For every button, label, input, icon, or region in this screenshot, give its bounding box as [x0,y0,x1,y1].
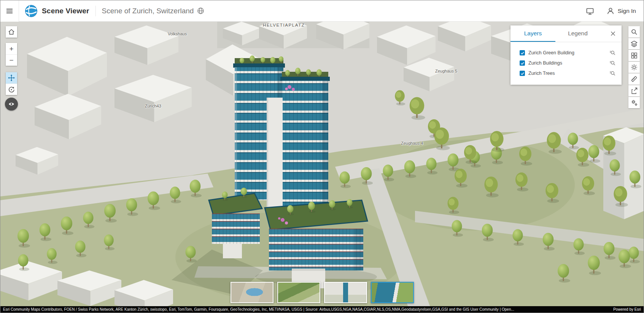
monitor-icon [585,6,595,16]
layers-panel-tabs: Layers Legend [510,25,622,42]
layer-label: Zurich Green Building [528,50,574,55]
attribution-bar: Esri Community Maps Contributors, FOEN /… [0,306,644,313]
layer-row-trees[interactable]: Zurich Trees [520,70,615,76]
plus-icon: + [9,45,13,52]
layers-button[interactable] [628,38,640,49]
share-icon [630,87,638,95]
measure-ruler-icon [630,75,638,83]
zoom-to-layer-icon[interactable] [609,50,615,56]
layer-label: Zurich Buildings [528,60,562,66]
zoom-to-layer-icon[interactable] [609,70,615,76]
scene-tools [628,26,640,108]
zoom-in-button[interactable]: + [6,43,17,54]
eye-view-button[interactable] [5,98,18,111]
hamburger-icon [6,7,13,15]
layer-row-green-building[interactable]: Zurich Green Building [520,50,615,56]
layer-row-buildings[interactable]: Zurich Buildings [520,60,615,66]
globe-icon [197,7,204,14]
tab-legend[interactable]: Legend [555,25,600,42]
esri-logo-icon [25,5,38,17]
scene-title: Scene of Zurich, Switzerland [102,7,194,15]
measure-button[interactable] [628,73,640,85]
layer-checkbox-checked[interactable] [520,60,525,66]
menu-button[interactable] [0,0,19,22]
user-icon [606,6,615,16]
zoom-controls: + − [6,43,17,66]
title-divider [95,6,96,16]
search-button[interactable] [628,26,640,38]
scene-view[interactable]: HELVETIAPLATZ Volkshaus Zurich43 Zeughau… [0,22,644,306]
pan-arrows-icon [8,74,15,82]
home-button[interactable] [6,26,17,38]
minus-icon: − [9,57,13,64]
pan-tool-button[interactable] [6,72,17,84]
tab-layers[interactable]: Layers [510,25,555,42]
pan-rotate-controls [6,72,17,95]
layer-checkbox-checked[interactable] [520,50,525,55]
layers-panel: Layers Legend Zurich Green Building [510,25,622,85]
top-bar: Scene Viewer Scene of Zurich, Switzerlan… [0,0,644,22]
rotate-icon [8,86,15,93]
layers-list: Zurich Green Building Zurich Buildings [510,42,622,85]
header-divider [19,0,19,22]
powered-by-esri[interactable]: Powered by Esri [613,307,641,311]
slide-thumbnail-3[interactable] [324,282,367,303]
panel-close-button[interactable] [604,25,622,42]
slide-thumbnail-2[interactable] [277,282,320,303]
scene-properties-button[interactable] [197,7,204,14]
basemap-button[interactable] [628,50,640,61]
eye-icon [7,100,16,108]
sign-in-button[interactable]: Sign In [606,6,636,16]
presentation-button[interactable] [583,4,597,18]
slide-thumbnail-4[interactable] [371,282,414,303]
settings-button[interactable] [628,97,640,108]
layer-label: Zurich Trees [528,71,555,76]
rotate-tool-button[interactable] [6,84,17,95]
home-icon [8,28,15,36]
slides-strip [231,282,414,303]
gear-icon [630,99,638,106]
slide-thumbnail-1[interactable] [231,282,274,303]
scene-viewer-app: Scene Viewer Scene of Zurich, Switzerlan… [0,0,644,313]
share-button[interactable] [628,85,640,96]
zoom-out-button[interactable]: − [6,54,17,66]
layers-icon [630,40,638,47]
attribution-text[interactable]: Esri Community Maps Contributors, FOEN /… [3,307,608,311]
search-icon [630,28,638,36]
basemap-grid-icon [630,52,638,59]
sun-icon [630,63,638,71]
zoom-to-layer-icon[interactable] [609,60,615,66]
sign-in-label: Sign In [618,8,636,14]
layer-checkbox-checked[interactable] [520,71,525,76]
close-icon [610,31,616,36]
daylight-button[interactable] [628,62,640,73]
app-title: Scene Viewer [42,7,89,15]
